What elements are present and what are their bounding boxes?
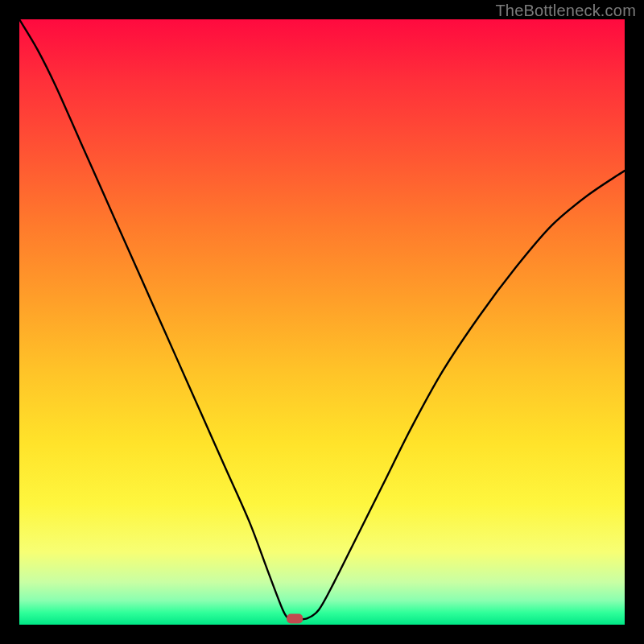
bottleneck-curve <box>19 19 625 619</box>
curve-svg <box>19 19 625 625</box>
plot-area <box>19 19 625 625</box>
chart-frame: TheBottleneck.com <box>0 0 644 644</box>
watermark-text: TheBottleneck.com <box>495 2 636 20</box>
minimum-marker <box>287 613 303 623</box>
